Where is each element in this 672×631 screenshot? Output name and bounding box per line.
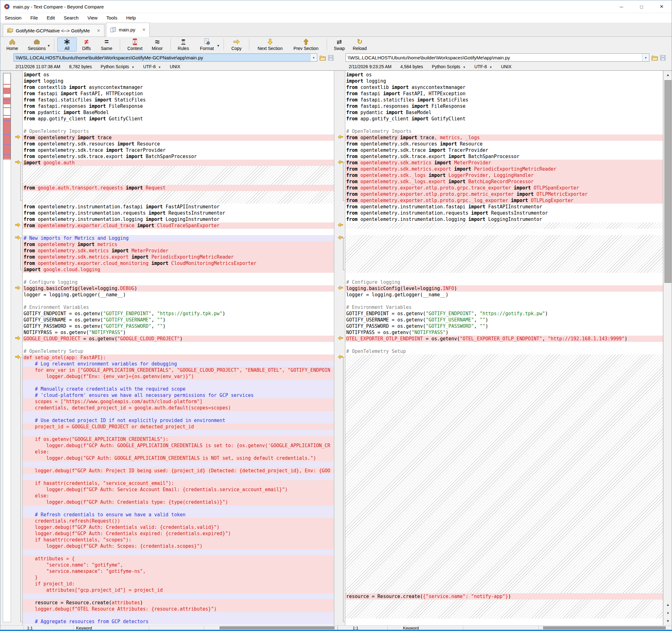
next-difference-icon[interactable]: ▼ xyxy=(664,617,672,625)
code-line[interactable]: from google.auth.transport.requests impo… xyxy=(23,185,334,191)
code-line[interactable]: from fastapi.responses import FileRespon… xyxy=(345,103,663,109)
code-line[interactable]: from opentelemetry.sdk.trace.export impo… xyxy=(345,153,663,160)
code-line[interactable]: } xyxy=(23,575,334,581)
swap-button[interactable]: ⇄Swap xyxy=(330,37,349,52)
scroll-up-icon[interactable]: ▲ xyxy=(664,71,672,79)
same-button[interactable]: =Same xyxy=(96,37,117,52)
code-line[interactable] xyxy=(23,505,334,511)
code-line[interactable]: # Configure logging xyxy=(345,279,663,285)
code-line[interactable]: import google.auth xyxy=(23,160,334,166)
code-line[interactable]: from app.gotify_client import GotifyClie… xyxy=(345,116,663,122)
code-line[interactable] xyxy=(23,430,334,436)
diff-map-mark[interactable] xyxy=(3,121,10,134)
code-line[interactable]: logger.debug("GCP Auth: GOOGLE_APPLICATI… xyxy=(23,455,334,461)
code-line[interactable]: logger.debug(f"GCP Auth: GOOGLE_APPLICAT… xyxy=(23,443,334,449)
code-line[interactable]: scopes = ["https://www.googleapis.com/au… xyxy=(23,399,334,405)
code-line[interactable]: from opentelemetry.sdk.resources import … xyxy=(23,141,334,147)
code-line[interactable]: "service.namespace": "gotifyme-ns", xyxy=(23,568,334,575)
code-line[interactable]: from opentelemetry.exporter.cloud_trace … xyxy=(23,223,334,229)
copy-section-left-arrow-icon[interactable] xyxy=(338,286,343,291)
code-line[interactable]: logger = logging.getLogger(__name__) xyxy=(23,292,334,298)
code-line[interactable]: from opentelemetry.instrumentation.loggi… xyxy=(23,216,334,223)
code-line[interactable]: # Environment Variables xyxy=(23,304,334,310)
code-line[interactable]: from opentelemetry.sdk.metrics import Me… xyxy=(345,160,663,166)
code-line[interactable]: logger.debug(f"GCP Auth: Credentials typ… xyxy=(23,499,334,505)
code-line[interactable]: from opentelemetry.sdk._logs.export impo… xyxy=(345,178,663,185)
code-line[interactable]: logger.debug(f"GCP Auth: Scopes: {creden… xyxy=(23,543,334,549)
code-line[interactable]: GOTIFY_USERNAME = os.getenv("GOTIFY_USER… xyxy=(23,317,334,323)
left-browse-folder-icon[interactable] xyxy=(318,54,327,61)
code-line[interactable]: from fastapi.staticfiles import StaticFi… xyxy=(23,97,334,103)
code-line[interactable]: attributes = { xyxy=(23,556,334,562)
code-line[interactable]: # Refresh credentials to ensure we have … xyxy=(23,511,334,518)
vertical-scrollbar[interactable]: ▲ ▲ ● ▼ xyxy=(663,71,672,625)
code-line[interactable] xyxy=(23,474,334,480)
menu-item-file[interactable]: File xyxy=(26,13,42,23)
left-hscrollbar-thumb[interactable] xyxy=(219,626,335,629)
right-encoding-select[interactable]: UTF-8▼ xyxy=(475,64,493,69)
code-line[interactable]: from pydantic import BaseModel xyxy=(23,109,334,116)
home-button[interactable]: Home xyxy=(2,37,22,52)
code-line[interactable]: from opentelemetry.instrumentation.fasta… xyxy=(23,204,334,210)
format-button[interactable]: Format▼ xyxy=(193,37,221,52)
code-line[interactable] xyxy=(23,612,334,619)
code-line[interactable]: NOTIFYPASS = os.getenv("NOTIFYPASS") xyxy=(23,329,334,336)
code-line[interactable]: # Environment Variables xyxy=(345,304,663,310)
code-line[interactable]: GOTIFY_ENDPOINT = os.getenv("GOTIFY_ENDP… xyxy=(345,310,663,317)
code-line[interactable]: logging.basicConfig(level=logging.INFO) xyxy=(345,285,663,292)
code-line[interactable]: from opentelemetry.sdk._logs import Logg… xyxy=(345,172,663,178)
code-line[interactable] xyxy=(345,122,663,128)
code-line[interactable] xyxy=(345,342,663,348)
copy-section-right-arrow-icon[interactable] xyxy=(15,223,20,228)
code-line[interactable]: from contextlib import asynccontextmanag… xyxy=(23,84,334,91)
copy-section-left-arrow-icon[interactable] xyxy=(338,135,343,141)
tab-main-py[interactable]: main.py✕ xyxy=(106,23,150,37)
code-line[interactable]: # Aggregate resources from GCP detectors xyxy=(23,619,334,625)
code-line[interactable]: from opentelemetry.exporter.otlp.proto.g… xyxy=(345,191,663,197)
code-line[interactable]: from pydantic import BaseModel xyxy=(345,109,663,116)
vertical-scrollbar-thumb[interactable] xyxy=(665,80,671,283)
diff-map-mark[interactable] xyxy=(3,88,10,94)
code-line[interactable] xyxy=(345,298,663,304)
code-line[interactable]: from opentelemetry.sdk.metrics.export im… xyxy=(345,166,663,172)
code-line[interactable]: credentials, detected_project_id = googl… xyxy=(23,405,334,411)
code-line[interactable]: from fastapi.responses import FileRespon… xyxy=(23,103,334,109)
code-line[interactable]: if hasattr(credentials, "scopes"): xyxy=(23,537,334,543)
code-line[interactable] xyxy=(23,461,334,468)
code-line[interactable]: from fastapi.staticfiles import StaticFi… xyxy=(345,97,663,103)
code-line[interactable]: if project_id: xyxy=(23,581,334,587)
menu-item-edit[interactable]: Edit xyxy=(43,13,59,23)
code-line[interactable]: # Configure logging xyxy=(23,279,334,285)
code-line[interactable]: from opentelemetry.instrumentation.reque… xyxy=(23,210,334,216)
tab-close-icon[interactable]: ✕ xyxy=(142,27,146,32)
code-line[interactable]: else: xyxy=(23,493,334,499)
maximize-button[interactable]: □ xyxy=(631,0,652,13)
code-line[interactable]: for env_var in ["GOOGLE_APPLICATION_CRED… xyxy=(23,367,334,373)
code-line[interactable] xyxy=(23,229,334,235)
left-hscrollbar[interactable] xyxy=(204,626,337,630)
diff-map-mark[interactable] xyxy=(3,118,10,120)
code-line[interactable]: credentials.refresh(Request()) xyxy=(23,518,334,524)
diff-map-mark[interactable] xyxy=(3,100,10,104)
left-path-input[interactable]: \\WSL.LOCALHOST\Ubuntu\home\builder\Work… xyxy=(14,53,317,61)
code-line[interactable]: logger.debug(f"GCP Auth: Credentials exp… xyxy=(23,530,334,537)
minimize-button[interactable]: ─ xyxy=(611,0,631,13)
code-line[interactable]: from opentelemetry.exporter.otlp.proto.g… xyxy=(345,185,663,191)
left-encoding-select[interactable]: UTF-8▼ xyxy=(143,64,161,69)
copy-section-right-arrow-icon[interactable] xyxy=(15,336,20,342)
code-line[interactable]: resource = Resource.create({"service.nam… xyxy=(345,593,663,600)
left-code[interactable]: import osimport loggingfrom contextlib i… xyxy=(22,71,334,625)
code-line[interactable]: from opentelemetry.sdk.trace.export impo… xyxy=(23,153,334,160)
code-line[interactable]: from opentelemetry.exporter.cloud_monito… xyxy=(23,260,334,267)
code-line[interactable]: from opentelemetry.sdk.metrics import Me… xyxy=(23,248,334,254)
code-line[interactable] xyxy=(23,298,334,304)
code-line[interactable]: if hasattr(credentials, "service_account… xyxy=(23,480,334,486)
code-line[interactable]: GOTIFY_PASSWORD = os.getenv("GOTIFY_PASS… xyxy=(345,323,663,329)
code-line[interactable]: from opentelemetry.exporter.otlp.proto.g… xyxy=(345,197,663,204)
copy-section-left-arrow-icon[interactable] xyxy=(338,223,343,228)
code-line[interactable] xyxy=(23,273,334,279)
code-line[interactable] xyxy=(23,411,334,417)
menu-item-help[interactable]: Help xyxy=(122,13,140,23)
all-button[interactable]: All xyxy=(57,37,77,52)
center-difference-icon[interactable]: ● xyxy=(664,609,672,617)
